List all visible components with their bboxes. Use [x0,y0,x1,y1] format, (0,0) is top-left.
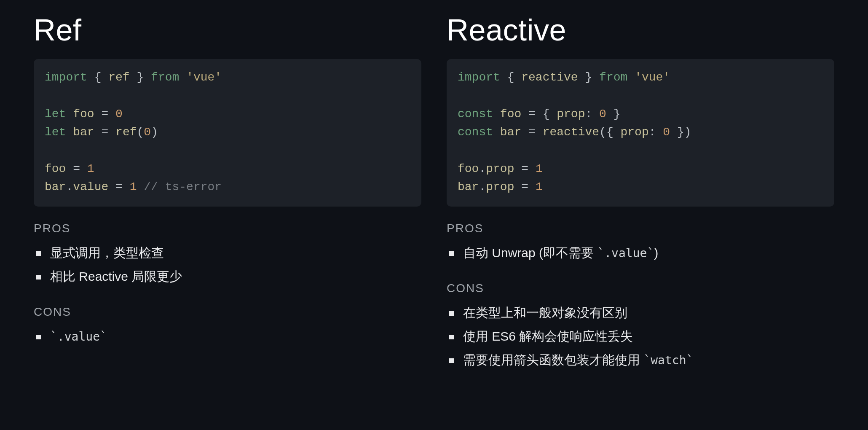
code-token-p: } [130,71,151,84]
code-token-p: { [87,71,108,84]
code-token-str: 'vue' [186,71,222,84]
code-token-kw: const [458,108,493,121]
code-token-p [137,180,144,194]
list-item-text: 在类型上和一般对象没有区别 [463,303,627,323]
bullet-square-icon [449,251,454,256]
code-token-id: foo [73,108,94,121]
code-token-p: = [514,180,535,194]
code-token-p: ( [137,126,144,139]
code-token-id: bar [73,126,94,139]
code-token-id: bar [458,180,479,194]
code-token-p: } [578,71,599,84]
code-token-id: reactive [543,126,599,139]
list-item: 使用 ES6 解构会使响应性丢失 [447,326,834,347]
bullet-square-icon [449,311,454,316]
code-token-num: 1 [87,162,94,175]
code-token-p: = { [521,108,557,121]
code-token-id: ref [115,126,137,139]
ref-cons-label: CONS [34,305,421,319]
slide: Ref import { ref } from 'vue' let foo = … [0,0,868,430]
code-token-p [66,126,73,139]
code-token-p: . [66,180,73,194]
code-token-p: ) [151,126,158,139]
list-item: 相比 Reactive 局限更少 [34,266,421,287]
code-token-id: value [73,180,108,194]
code-token-p: : [649,126,663,139]
reactive-cons-list: 在类型上和一般对象没有区别使用 ES6 解构会使响应性丢失需要使用箭头函数包装才… [447,299,834,374]
code-token-p [493,126,500,139]
code-token-id: bar [45,180,66,194]
ref-pros-list: 显式调用，类型检查相比 Reactive 局限更少 [34,239,421,290]
ref-column: Ref import { ref } from 'vue' let foo = … [34,13,421,413]
list-item-text: 相比 Reactive 局限更少 [50,266,182,287]
code-token-p: : [585,108,599,121]
code-token-id: prop [486,162,514,175]
reactive-pros-list: 自动 Unwrap (即不需要 `.value`) [447,239,834,266]
code-token-p: ({ [599,126,620,139]
list-item-text: 需要使用箭头函数包装才能使用 `watch` [463,350,693,370]
code-token-kw: let [45,108,66,121]
code-token-kw: const [458,126,493,139]
code-token-p: = [521,126,542,139]
code-token-p: } [606,108,621,121]
code-token-id: reactive [521,71,578,84]
reactive-column: Reactive import { reactive } from 'vue' … [447,13,834,413]
code-token-num: 1 [130,180,137,194]
bullet-square-icon [449,335,454,339]
bullet-square-icon [36,335,41,339]
code-token-p: }) [670,126,691,139]
code-token-num: 0 [115,108,123,121]
list-item-text: 自动 Unwrap (即不需要 `.value`) [463,243,658,263]
code-token-p: { [500,71,521,84]
code-token-p: = [94,126,115,139]
code-token-p: = [66,162,87,175]
ref-cons-list: `.value` [34,323,421,350]
bullet-square-icon [449,358,454,363]
code-token-kw: import [458,71,500,84]
code-token-num: 0 [144,126,151,139]
code-token-p: . [479,180,486,194]
list-item: 在类型上和一般对象没有区别 [447,303,834,323]
inline-code: `.value` [50,330,107,344]
ref-pros-label: PROS [34,222,421,235]
inline-code: `.value` [597,246,654,260]
code-token-id: bar [500,126,521,139]
list-item: 需要使用箭头函数包装才能使用 `watch` [447,350,834,370]
code-token-id: foo [458,162,479,175]
code-token-id: prop [486,180,514,194]
code-token-kw: let [45,126,66,139]
code-token-p: . [479,162,486,175]
reactive-code-block: import { reactive } from 'vue' const foo… [447,59,834,207]
code-token-p: = [108,180,129,194]
code-token-p [179,71,186,84]
inline-code: `watch` [643,353,693,367]
ref-code-block: import { ref } from 'vue' let foo = 0 le… [34,59,421,207]
bullet-square-icon [36,251,41,256]
code-token-kw: import [45,71,87,84]
code-token-cmt: // ts-error [144,180,222,194]
list-item-text: 显式调用，类型检查 [50,243,164,263]
code-token-num: 1 [536,162,543,175]
code-token-kw: from [599,71,627,84]
list-item: 自动 Unwrap (即不需要 `.value`) [447,243,834,263]
code-token-p [493,108,500,121]
list-item: 显式调用，类型检查 [34,243,421,263]
code-token-kw: from [151,71,179,84]
ref-title: Ref [34,13,421,47]
code-token-p: = [94,108,115,121]
code-token-num: 0 [663,126,670,139]
code-token-p [627,71,635,84]
code-token-id: prop [621,126,649,139]
code-token-id: prop [557,108,585,121]
code-token-p: = [514,162,535,175]
code-token-p [66,108,73,121]
list-item-text: `.value` [50,326,107,347]
code-token-num: 1 [536,180,543,194]
reactive-pros-label: PROS [447,222,834,235]
code-token-id: ref [108,71,129,84]
list-item-text: 使用 ES6 解构会使响应性丢失 [463,326,633,347]
code-token-str: 'vue' [635,71,670,84]
reactive-title: Reactive [447,13,834,47]
code-token-num: 0 [599,108,606,121]
code-token-id: foo [45,162,66,175]
